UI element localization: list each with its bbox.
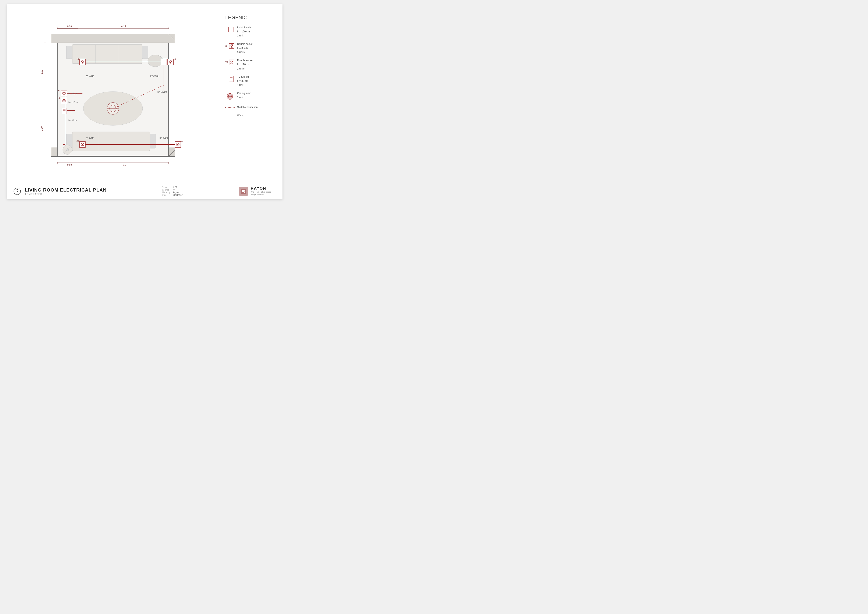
legend-text-wiring: Wiring: [237, 113, 244, 118]
legend-item-double-socket-110: X2 Double socketh = 110cm1 units: [225, 59, 274, 71]
svg-text:X2: X2: [174, 58, 176, 60]
svg-point-106: [231, 45, 231, 46]
svg-text:1.99: 1.99: [40, 70, 43, 74]
svg-rect-59: [167, 59, 174, 65]
svg-text:0.90: 0.90: [67, 25, 71, 28]
svg-rect-109: [229, 60, 234, 65]
svg-text:0.90: 0.90: [67, 164, 71, 166]
svg-rect-27: [66, 46, 72, 59]
footer-left: N LIVING ROOM ELECTRICAL PLAN TEMPLATES: [13, 187, 107, 195]
svg-point-78: [64, 101, 64, 102]
date-value: 01/01/2024: [173, 194, 183, 196]
made-by-label: Made by: [162, 191, 170, 194]
solid-line: [225, 116, 235, 116]
svg-point-54: [83, 61, 84, 62]
svg-text:4.15: 4.15: [121, 164, 126, 166]
svg-point-62: [171, 61, 172, 62]
svg-text:h= 30cm: h= 30cm: [86, 136, 94, 139]
svg-rect-58: [161, 59, 167, 65]
legend-item-switch-connection: Switch connection: [225, 105, 274, 109]
svg-rect-34: [150, 134, 156, 148]
svg-text:1.99: 1.99: [40, 126, 43, 131]
svg-text:N: N: [17, 188, 18, 190]
svg-point-71: [64, 93, 64, 94]
svg-text:4.15: 4.15: [121, 25, 126, 28]
format-label: Format: [162, 189, 170, 191]
svg-text:X2: X2: [58, 97, 60, 99]
legend-icon-light-switch: [225, 26, 235, 33]
svg-point-89: [83, 143, 84, 144]
footer-subtitle: TEMPLATES: [25, 193, 107, 195]
svg-text:h= 30cm: h= 30cm: [150, 75, 158, 77]
legend-text-light-switch: Light Switchh = 100 cm1 unit: [237, 26, 251, 38]
date-label: Date: [162, 194, 170, 196]
brand-text: RAYON The collaborative space design sof…: [251, 186, 276, 196]
floor-plan-area: 0.90 4.15 0.90 4.15 1.99 1.99: [11, 11, 219, 181]
svg-point-76: [63, 100, 64, 101]
svg-rect-81: [62, 108, 67, 114]
legend-item-light-switch: Light Switchh = 100 cm1 unit: [225, 26, 274, 38]
svg-point-95: [177, 143, 177, 144]
svg-point-69: [63, 92, 64, 93]
svg-text:X2: X2: [181, 140, 183, 143]
legend-text-switch-connection: Switch connection: [237, 105, 258, 109]
footer-meta: Scale 1:75 Format A4 Made by Rayon Date …: [162, 186, 183, 196]
legend-item-ceiling-lamp: Ceiling lamp1 unit: [225, 91, 274, 101]
svg-point-77: [64, 100, 65, 101]
legend-icon-double-socket-30: X2: [225, 42, 235, 50]
svg-point-61: [169, 61, 170, 62]
brand-name: RAYON: [251, 186, 276, 191]
footer-brand: RAYON The collaborative space design sof…: [239, 186, 276, 196]
svg-point-53: [81, 61, 82, 62]
svg-point-101: [177, 144, 178, 145]
format-value: A4: [173, 189, 183, 191]
legend-text-double-socket-110: Double socketh = 110cm1 units: [237, 59, 253, 71]
main-content: 0.90 4.15 0.90 4.15 1.99 1.99: [7, 4, 282, 183]
svg-point-111: [231, 62, 231, 62]
legend-text-double-socket-30: Double socketh = 30cm5 units: [237, 42, 253, 54]
svg-text:X2: X2: [77, 58, 79, 60]
svg-point-55: [82, 62, 83, 63]
svg-rect-28: [142, 46, 148, 59]
legend-text-tv-socket: TV Socketh = 30 cm1 unit: [237, 75, 249, 87]
svg-text:h= 30cm: h= 30cm: [68, 92, 77, 95]
footer-main-title: LIVING ROOM ELECTRICAL PLAN: [25, 187, 107, 193]
svg-rect-103: [229, 27, 234, 32]
svg-point-100: [82, 144, 83, 145]
svg-text:h= 100cm: h= 100cm: [157, 91, 167, 93]
svg-marker-124: [17, 190, 18, 192]
svg-rect-74: [61, 98, 67, 104]
scale-value: 1:75: [173, 186, 183, 189]
svg-text:h= 30cm: h= 30cm: [86, 75, 94, 77]
svg-rect-30: [72, 132, 150, 151]
legend-icon-switch-connection: [225, 105, 235, 108]
brand-tagline: The collaborative space design software: [251, 191, 276, 196]
svg-point-112: [232, 62, 233, 62]
floor-plan-svg: 0.90 4.15 0.90 4.15 1.99 1.99: [33, 20, 198, 172]
svg-rect-51: [79, 59, 85, 65]
svg-point-96: [178, 143, 179, 144]
dotted-line: [225, 107, 235, 108]
legend-area: LEGEND: Light Switchh = 100 cm1 unit X2: [219, 11, 278, 181]
made-by-value: Rayon: [173, 191, 183, 194]
legend-icon-wiring: [225, 113, 235, 116]
svg-text:h= 110cm: h= 110cm: [68, 101, 78, 104]
svg-rect-67: [61, 90, 67, 96]
footer: N LIVING ROOM ELECTRICAL PLAN TEMPLATES …: [7, 183, 282, 199]
brand-logo: [239, 187, 248, 196]
svg-point-70: [64, 92, 65, 93]
svg-rect-104: [229, 43, 234, 48]
legend-text-ceiling-lamp: Ceiling lamp1 unit: [237, 91, 251, 99]
svg-point-43: [66, 149, 69, 151]
svg-point-107: [232, 45, 233, 46]
svg-text:h= 30cm: h= 30cm: [68, 119, 77, 122]
legend-icon-tv-socket: [225, 75, 235, 82]
page: 0.90 4.15 0.90 4.15 1.99 1.99: [7, 4, 282, 199]
legend-item-wiring: Wiring: [225, 113, 274, 118]
legend-icon-ceiling-lamp: [225, 91, 235, 101]
svg-point-88: [81, 143, 82, 144]
legend-title: LEGEND:: [225, 15, 274, 20]
svg-text:X2: X2: [58, 89, 60, 91]
legend-icon-double-socket-110: X2: [225, 59, 235, 66]
svg-text:X2: X2: [76, 140, 79, 142]
